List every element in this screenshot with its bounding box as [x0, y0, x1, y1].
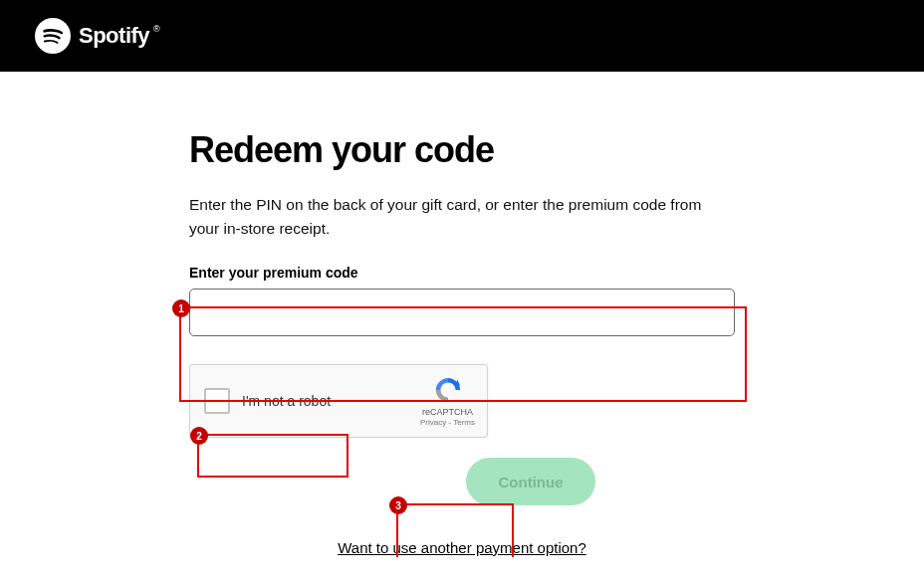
brand-name: Spotify: [79, 23, 149, 49]
continue-button[interactable]: Continue: [466, 458, 595, 505]
code-input-block: Enter your premium code: [189, 265, 735, 336]
main-content: Redeem your code Enter the PIN on the ba…: [189, 129, 735, 557]
other-payment-link[interactable]: Want to use another payment option?: [338, 539, 586, 556]
recaptcha-label: I'm not a robot: [242, 393, 331, 409]
trademark-symbol: ®: [153, 24, 160, 34]
recaptcha-brand: reCAPTCHA: [422, 407, 473, 417]
recaptcha-left: I'm not a robot: [204, 388, 331, 414]
spotify-logo[interactable]: Spotify ®: [35, 18, 160, 54]
instructions-text: Enter the PIN on the back of your gift c…: [189, 193, 735, 241]
code-input-label: Enter your premium code: [189, 265, 735, 281]
recaptcha-widget: I'm not a robot reCAPTCHA Privacy - Term…: [189, 364, 488, 438]
annotation-box-2: 2: [197, 434, 348, 478]
recaptcha-checkbox[interactable]: [204, 388, 230, 414]
recaptcha-links: Privacy - Terms: [420, 418, 475, 427]
recaptcha-branding: reCAPTCHA Privacy - Terms: [420, 376, 475, 427]
recaptcha-privacy-link[interactable]: Privacy: [420, 418, 446, 427]
header: Spotify ®: [0, 0, 924, 72]
spotify-icon: [35, 18, 71, 54]
annotation-badge-3: 3: [389, 496, 407, 514]
payment-link-row: Want to use another payment option?: [189, 539, 735, 557]
page-title: Redeem your code: [189, 129, 735, 171]
recaptcha-icon: [433, 376, 463, 406]
recaptcha-terms-link[interactable]: Terms: [453, 418, 475, 427]
premium-code-input[interactable]: [189, 289, 735, 336]
annotation-badge-1: 1: [172, 299, 190, 317]
